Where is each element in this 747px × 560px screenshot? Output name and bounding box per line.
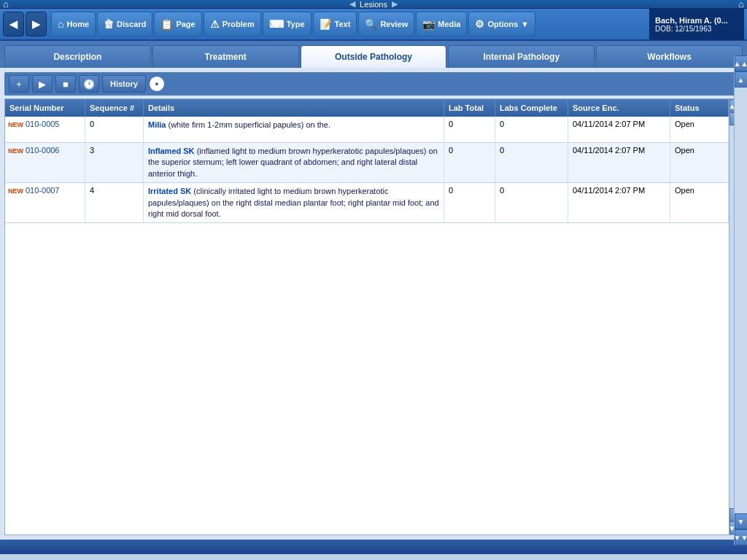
new-badge-3: NEW	[8, 187, 23, 195]
discard-button[interactable]: 🗑 Discard	[97, 12, 152, 36]
serial-number-1: 010-0005	[26, 120, 60, 128]
play-button[interactable]: ▶	[32, 75, 53, 93]
cell-details-2: Inflamed SK (inflamed light to medium br…	[144, 143, 444, 182]
cell-source-enc-1: 04/11/2014 2:07 PM	[568, 117, 670, 142]
home-icon-top[interactable]: ⌂	[3, 0, 9, 9]
table-header: Serial Number Sequence # Details Lab Tot…	[5, 99, 742, 117]
col-header-status: Status	[670, 99, 729, 117]
discard-icon: 🗑	[104, 18, 114, 30]
cell-serial-2: NEW 010-0006	[5, 143, 85, 182]
cell-lab-total-1: 0	[444, 117, 495, 142]
next-arrow-top[interactable]: ▶	[392, 0, 398, 9]
outer-scroll-up[interactable]: ▲	[735, 71, 748, 88]
options-icon: ⚙	[475, 18, 484, 30]
cell-details-1: Milia (white firm 1-2mm superficial papu…	[144, 117, 444, 142]
add-button[interactable]: +	[9, 75, 29, 93]
back-button[interactable]: ◀	[3, 12, 24, 36]
page-icon: 📋	[160, 18, 173, 30]
clock-button[interactable]: 🕐	[79, 75, 99, 93]
tab-description[interactable]: Description	[4, 45, 151, 68]
table-row[interactable]: NEW 010-0006 3 Inflamed SK (inflamed lig…	[5, 143, 742, 183]
cell-source-enc-3: 04/11/2014 2:07 PM	[568, 183, 670, 222]
tab-outside-pathology[interactable]: Outside Pathology	[301, 45, 447, 68]
type-icon: ⌨	[269, 18, 284, 30]
cell-sequence-1: 0	[85, 117, 144, 142]
cell-sequence-2: 3	[85, 143, 144, 182]
main-toolbar: ◀ ▶ ⌂ Home 🗑 Discard 📋 Page ⚠ Problem ⌨ …	[0, 9, 747, 41]
cell-status-3: Open	[670, 183, 729, 222]
prev-arrow-top[interactable]: ◀	[349, 0, 355, 9]
cell-lab-total-3: 0	[444, 183, 495, 222]
cell-labs-complete-3: 0	[495, 183, 568, 222]
circle-indicator: ●	[149, 76, 165, 92]
table-row[interactable]: NEW 010-0005 0 Milia (white firm 1-2mm s…	[5, 117, 742, 143]
tabs-row: Description Treatment Outside Pathology …	[0, 41, 747, 68]
serial-number-3: 010-0007	[26, 186, 60, 195]
cell-status-2: Open	[670, 143, 729, 182]
cell-lab-total-2: 0	[444, 143, 495, 182]
page-title-top: Lesions	[360, 0, 387, 9]
options-dropdown-icon: ▼	[521, 20, 529, 28]
col-header-details: Details	[144, 99, 444, 117]
cell-labs-complete-2: 0	[495, 143, 568, 182]
media-icon: 📷	[422, 18, 435, 30]
data-table: Serial Number Sequence # Details Lab Tot…	[4, 98, 743, 535]
home-icon: ⌂	[58, 18, 63, 30]
new-badge-1: NEW	[8, 121, 23, 128]
history-button[interactable]: History	[102, 75, 146, 93]
outer-scroll-bottom[interactable]: ▼▼	[735, 529, 748, 545]
col-header-sequence: Sequence #	[85, 99, 144, 117]
tab-treatment[interactable]: Treatment	[152, 45, 299, 68]
cell-sequence-3: 4	[85, 183, 144, 222]
review-icon: 🔍	[365, 18, 377, 30]
col-header-labs-complete: Labs Complete	[495, 99, 568, 117]
status-bar	[0, 540, 747, 554]
content-toolbar: + ▶ ■ 🕐 History ●	[4, 72, 743, 96]
outer-scroll-top[interactable]: ▲▲	[735, 55, 748, 71]
options-button[interactable]: ⚙ Options ▼	[468, 12, 535, 36]
text-button[interactable]: 📝 Text	[313, 12, 357, 36]
patient-dob: DOB: 12/15/1963	[655, 25, 738, 33]
patient-info: Bach, Hiram A. (0... DOB: 12/15/1963	[649, 8, 744, 40]
outer-scrollbar: ▲▲ ▲ ▼ ▼▼	[734, 55, 747, 545]
table-body: NEW 010-0005 0 Milia (white firm 1-2mm s…	[5, 117, 742, 534]
media-button[interactable]: 📷 Media	[416, 12, 467, 36]
problem-button[interactable]: ⚠ Problem	[204, 12, 261, 36]
cell-serial-1: NEW 010-0005	[5, 117, 85, 142]
col-header-lab-total: Lab Total	[444, 99, 495, 117]
new-badge-2: NEW	[8, 147, 23, 155]
problem-icon: ⚠	[210, 18, 220, 30]
type-button[interactable]: ⌨ Type	[263, 12, 311, 36]
cell-serial-3: NEW 010-0007	[5, 183, 85, 222]
patient-name: Bach, Hiram A. (0...	[655, 16, 738, 25]
page-button[interactable]: 📋 Page	[154, 12, 201, 36]
tab-workflows[interactable]: Workflows	[596, 45, 743, 68]
tab-internal-pathology[interactable]: Internal Pathology	[448, 45, 595, 68]
review-button[interactable]: 🔍 Review	[358, 12, 414, 36]
cell-status-1: Open	[670, 117, 729, 142]
cell-source-enc-2: 04/11/2014 2:07 PM	[568, 143, 670, 182]
table-row[interactable]: NEW 010-0007 4 Irritated SK (clinically …	[5, 183, 742, 223]
col-header-serial: Serial Number	[5, 99, 85, 117]
content-area: + ▶ ■ 🕐 History ● Serial Number Sequence…	[0, 68, 747, 540]
outer-scroll-track[interactable]	[735, 88, 747, 513]
home-button[interactable]: ⌂ Home	[51, 12, 96, 36]
cell-details-3: Irritated SK (clinically irritated light…	[144, 183, 444, 222]
stop-button[interactable]: ■	[55, 75, 76, 93]
serial-number-2: 010-0006	[26, 146, 60, 155]
forward-button[interactable]: ▶	[26, 12, 47, 36]
top-nav-bar: ⌂ ◀ Lesions ▶ ⌂	[0, 0, 747, 9]
cell-labs-complete-1: 0	[495, 117, 568, 142]
text-icon: 📝	[320, 18, 332, 30]
outer-scroll-down[interactable]: ▼	[735, 513, 748, 529]
col-header-source-enc: Source Enc.	[568, 99, 670, 117]
